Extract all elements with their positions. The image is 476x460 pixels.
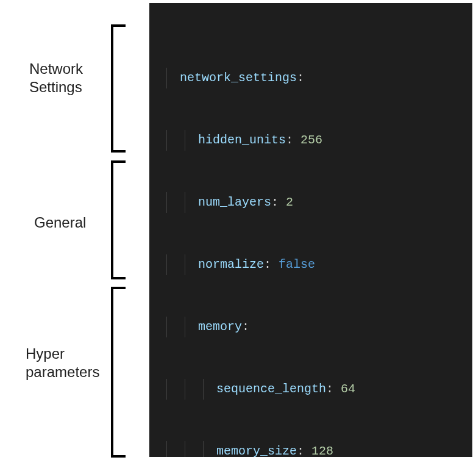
- annotated-config-screenshot: NetworkSettings General Hyperparameters …: [0, 0, 476, 460]
- label-network-settings: NetworkSettings: [29, 60, 83, 96]
- bracket-general: [108, 160, 127, 279]
- yaml-config-editor: network_settings: hidden_units: 256 num_…: [149, 3, 472, 457]
- code-line: network_settings:: [162, 68, 472, 88]
- label-general: General: [34, 214, 86, 232]
- bracket-network: [108, 24, 127, 153]
- code-line: num_layers: 2: [162, 192, 472, 213]
- code-line: sequence_length: 64: [162, 379, 472, 400]
- code-line: hidden_units: 256: [162, 130, 472, 151]
- code-line: normalize: false: [162, 254, 472, 275]
- bracket-hyper: [108, 287, 127, 458]
- code-line: memory_size: 128: [162, 441, 472, 457]
- label-hyper-parameters: Hyperparameters: [26, 345, 99, 381]
- code-line: memory:: [162, 317, 472, 337]
